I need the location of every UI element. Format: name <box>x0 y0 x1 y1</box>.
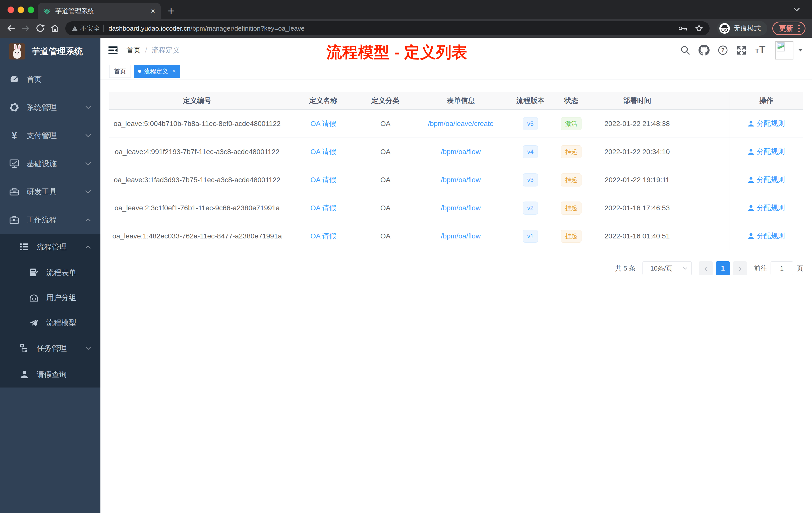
home-icon[interactable] <box>48 22 61 35</box>
assign-rule-link[interactable]: 分配规则 <box>748 147 785 156</box>
status-badge: 挂起 <box>561 174 581 186</box>
current-page-button[interactable]: 1 <box>716 261 730 275</box>
maximize-window-button[interactable] <box>28 6 34 13</box>
sidebar-item-home[interactable]: 首页 <box>0 65 100 93</box>
bookmark-star-icon[interactable] <box>695 24 703 32</box>
assign-rule-link[interactable]: 分配规则 <box>748 119 785 128</box>
tag-home[interactable]: 首页 <box>109 65 131 78</box>
form-link[interactable]: /bpm/oa/flow <box>441 204 481 212</box>
definition-name-link[interactable]: OA 请假 <box>310 120 336 127</box>
tab-close-icon[interactable]: × <box>151 7 155 15</box>
tab-search-chevron-icon[interactable] <box>793 7 800 11</box>
url-divider <box>104 25 104 32</box>
sidebar-item-process-manage[interactable]: 流程管理 <box>0 234 100 260</box>
sidebar-logo[interactable]: 芋道管理系统 <box>0 38 100 65</box>
page-size-select[interactable]: 10条/页 <box>642 261 692 275</box>
sidebar-item-label: 用户分组 <box>46 293 76 303</box>
reload-icon[interactable] <box>34 22 47 35</box>
prev-page-button[interactable]: ‹ <box>699 261 713 275</box>
new-tab-button[interactable]: + <box>168 5 174 17</box>
help-icon[interactable]: ? <box>718 45 728 56</box>
avatar[interactable] <box>775 41 793 59</box>
version-badge: v2 <box>523 202 538 215</box>
form-link[interactable]: /bpm/oa/leave/create <box>428 120 494 127</box>
cell-category: OA <box>361 138 409 166</box>
col-header-status: 状态 <box>549 92 594 110</box>
back-icon[interactable] <box>4 22 18 35</box>
cell-id: oa_leave:2:3c1f0ef1-76b1-11ec-9c66-a2380… <box>109 194 285 222</box>
select-caret-icon <box>683 267 688 270</box>
main-area: 首页 / 流程定义 流程模型 - 定义列表 ? <box>100 38 812 513</box>
font-size-icon[interactable]: T T <box>755 45 767 56</box>
favicon-leaf-icon <box>43 7 51 15</box>
sidebar-item-workflow[interactable]: 工作流程 <box>0 206 100 234</box>
cell-time: 2022-01-22 21:48:38 <box>594 110 680 138</box>
chevron-down-icon <box>85 347 91 350</box>
next-page-button[interactable]: › <box>733 261 747 275</box>
sidebar-item-payment[interactable]: ¥ 支付管理 <box>0 121 100 150</box>
forward-icon[interactable] <box>19 22 32 35</box>
close-window-button[interactable] <box>7 6 14 13</box>
sidebar-fold-icon[interactable] <box>108 46 118 55</box>
table-row: oa_leave:1:482ec033-762a-11ec-8477-a2380… <box>109 222 803 250</box>
search-icon[interactable] <box>680 45 691 56</box>
dashboard-icon <box>9 74 20 84</box>
form-link[interactable]: /bpm/oa/flow <box>441 232 481 240</box>
sidebar-item-process-form[interactable]: 流程表单 <box>0 260 100 285</box>
annotation-overlay-text: 流程模型 - 定义列表 <box>326 42 467 63</box>
browser-tab[interactable]: 芋道管理系统 × <box>38 3 161 19</box>
sidebar-item-task-manage[interactable]: 任务管理 <box>0 335 100 361</box>
status-badge: 挂起 <box>561 202 581 215</box>
assign-rule-link[interactable]: 分配规则 <box>748 175 785 184</box>
table-row: oa_leave:3:1fad3d93-7b75-11ec-a3c8-acde4… <box>109 166 803 194</box>
form-link[interactable]: /bpm/oa/flow <box>441 148 481 156</box>
update-label[interactable]: 更新 <box>779 24 793 33</box>
definition-name-link[interactable]: OA 请假 <box>310 232 336 240</box>
definition-table: 定义编号 定义名称 定义分类 表单信息 流程版本 状态 部署时间 操作 oa_l… <box>109 92 803 250</box>
sidebar-item-label: 请假查询 <box>37 369 67 380</box>
window-controls[interactable] <box>7 6 34 13</box>
avatar-caret-down-icon[interactable] <box>798 49 803 52</box>
github-icon[interactable] <box>698 45 709 56</box>
monitor-icon <box>9 159 20 169</box>
cell-id: oa_leave:1:482ec033-762a-11ec-8477-a2380… <box>109 222 285 250</box>
sidebar-item-system[interactable]: 系统管理 <box>0 93 100 121</box>
sidebar-item-user-group[interactable]: 用户分组 <box>0 285 100 310</box>
definition-name-link[interactable]: OA 请假 <box>310 204 336 212</box>
col-header-category: 定义分类 <box>361 92 409 110</box>
update-button[interactable]: 更新 <box>772 22 806 35</box>
goto-page-input[interactable] <box>771 261 793 275</box>
version-badge: v4 <box>523 145 538 158</box>
toolbox-icon <box>9 187 20 197</box>
url-domain[interactable]: dashboard.yudao.iocoder.cn <box>109 25 191 32</box>
tab-title: 芋道管理系统 <box>55 7 151 16</box>
sidebar-item-infrastructure[interactable]: 基础设施 <box>0 150 100 178</box>
password-key-icon[interactable] <box>678 26 688 31</box>
table-row: oa_leave:5:004b710b-7b8a-11ec-8ef0-acde4… <box>109 110 803 138</box>
definition-name-link[interactable]: OA 请假 <box>310 176 336 184</box>
sidebar-item-devtools[interactable]: 研发工具 <box>0 178 100 206</box>
tag-process-definition[interactable]: 流程定义 × <box>134 65 180 78</box>
briefcase-icon <box>9 215 20 225</box>
minimize-window-button[interactable] <box>18 6 24 13</box>
user-icon <box>19 370 30 379</box>
sidebar-item-leave-query[interactable]: 请假查询 <box>0 361 100 388</box>
form-link[interactable]: /bpm/oa/flow <box>441 176 481 184</box>
breadcrumb-home[interactable]: 首页 <box>126 46 141 55</box>
pagination: 共 5 条 10条/页 ‹ 1 › 前往 页 <box>109 261 803 275</box>
assign-rule-link[interactable]: 分配规则 <box>748 203 785 213</box>
url-path[interactable]: /bpm/manager/definition?key=oa_leave <box>191 25 305 32</box>
tag-label: 流程定义 <box>144 67 168 75</box>
gear-icon <box>9 102 20 113</box>
definition-name-link[interactable]: OA 请假 <box>310 148 336 156</box>
browser-menu-icon[interactable] <box>798 25 800 32</box>
tag-close-icon[interactable]: × <box>172 68 176 75</box>
sidebar-item-label: 任务管理 <box>37 343 67 354</box>
url-bar[interactable]: 不安全 dashboard.yudao.iocoder.cn/bpm/manag… <box>65 21 709 35</box>
col-header-name: 定义名称 <box>285 92 361 110</box>
fullscreen-icon[interactable] <box>736 45 747 56</box>
incognito-label: 无痕模式 <box>734 24 761 33</box>
assign-rule-link[interactable]: 分配规则 <box>748 231 785 241</box>
security-label[interactable]: 不安全 <box>80 24 100 33</box>
sidebar-item-process-model[interactable]: 流程模型 <box>0 310 100 335</box>
